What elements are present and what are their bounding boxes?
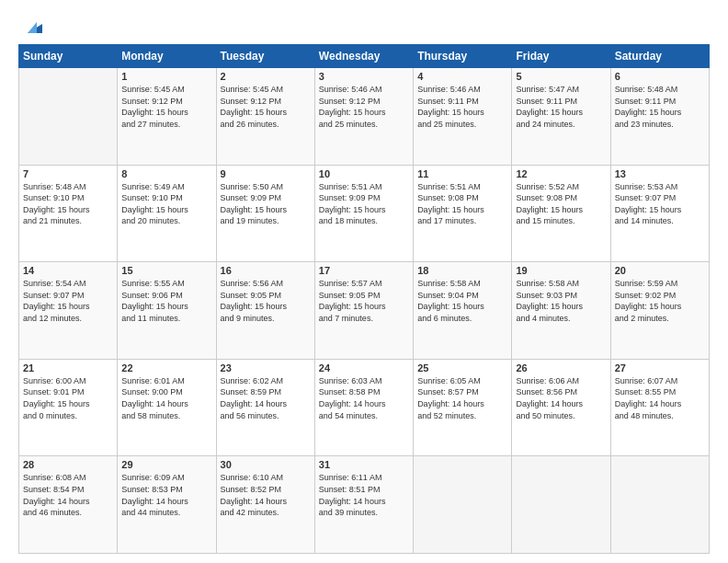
day-cell: 15Sunrise: 5:55 AM Sunset: 9:06 PM Dayli… — [118, 262, 216, 360]
day-info: Sunrise: 6:03 AM Sunset: 8:58 PM Dayligh… — [319, 375, 409, 421]
day-info: Sunrise: 5:48 AM Sunset: 9:11 PM Dayligh… — [615, 84, 705, 130]
logo — [18, 15, 46, 37]
day-number: 18 — [417, 265, 507, 276]
day-info: Sunrise: 5:58 AM Sunset: 9:04 PM Dayligh… — [417, 278, 507, 324]
day-info: Sunrise: 5:45 AM Sunset: 9:12 PM Dayligh… — [121, 84, 211, 130]
week-row-5: 28Sunrise: 6:08 AM Sunset: 8:54 PM Dayli… — [19, 456, 710, 554]
day-number: 23 — [221, 362, 311, 373]
day-cell: 26Sunrise: 6:06 AM Sunset: 8:56 PM Dayli… — [512, 359, 610, 456]
day-cell: 6Sunrise: 5:48 AM Sunset: 9:11 PM Daylig… — [610, 68, 709, 166]
day-info: Sunrise: 6:07 AM Sunset: 8:55 PM Dayligh… — [615, 375, 705, 421]
day-number: 6 — [615, 71, 705, 82]
day-info: Sunrise: 6:00 AM Sunset: 9:01 PM Dayligh… — [23, 375, 113, 421]
day-number: 5 — [516, 71, 606, 82]
day-number: 20 — [615, 265, 705, 276]
day-cell: 31Sunrise: 6:11 AM Sunset: 8:51 PM Dayli… — [314, 456, 413, 554]
header-row: SundayMondayTuesdayWednesdayThursdayFrid… — [19, 45, 710, 68]
day-number: 4 — [417, 71, 507, 82]
day-number: 12 — [516, 168, 606, 179]
day-number: 8 — [121, 168, 211, 179]
day-info: Sunrise: 5:56 AM Sunset: 9:05 PM Dayligh… — [221, 278, 311, 324]
day-cell: 23Sunrise: 6:02 AM Sunset: 8:59 PM Dayli… — [216, 359, 314, 456]
day-cell: 8Sunrise: 5:49 AM Sunset: 9:10 PM Daylig… — [118, 165, 216, 262]
day-cell: 13Sunrise: 5:53 AM Sunset: 9:07 PM Dayli… — [610, 165, 709, 262]
day-info: Sunrise: 5:51 AM Sunset: 9:09 PM Dayligh… — [319, 181, 409, 227]
day-cell: 3Sunrise: 5:46 AM Sunset: 9:12 PM Daylig… — [314, 68, 413, 166]
day-cell: 25Sunrise: 6:05 AM Sunset: 8:57 PM Dayli… — [414, 359, 512, 456]
day-cell: 12Sunrise: 5:52 AM Sunset: 9:08 PM Dayli… — [512, 165, 610, 262]
logo-icon — [24, 15, 46, 37]
day-cell: 18Sunrise: 5:58 AM Sunset: 9:04 PM Dayli… — [414, 262, 512, 360]
day-number: 13 — [615, 168, 705, 179]
day-cell: 20Sunrise: 5:59 AM Sunset: 9:02 PM Dayli… — [610, 262, 709, 360]
day-number: 2 — [221, 71, 311, 82]
day-info: Sunrise: 5:58 AM Sunset: 9:03 PM Dayligh… — [516, 278, 606, 324]
day-info: Sunrise: 6:06 AM Sunset: 8:56 PM Dayligh… — [516, 375, 606, 421]
day-number: 30 — [221, 459, 311, 470]
svg-marker-1 — [28, 22, 37, 33]
week-row-3: 14Sunrise: 5:54 AM Sunset: 9:07 PM Dayli… — [19, 262, 710, 360]
day-number: 16 — [221, 265, 311, 276]
day-number: 27 — [615, 362, 705, 373]
day-info: Sunrise: 6:10 AM Sunset: 8:52 PM Dayligh… — [221, 472, 311, 518]
header — [18, 15, 710, 37]
day-cell: 4Sunrise: 5:46 AM Sunset: 9:11 PM Daylig… — [414, 68, 512, 166]
day-info: Sunrise: 6:02 AM Sunset: 8:59 PM Dayligh… — [221, 375, 311, 421]
day-cell: 17Sunrise: 5:57 AM Sunset: 9:05 PM Dayli… — [314, 262, 413, 360]
day-number: 22 — [121, 362, 211, 373]
day-info: Sunrise: 5:50 AM Sunset: 9:09 PM Dayligh… — [221, 181, 311, 227]
day-cell: 19Sunrise: 5:58 AM Sunset: 9:03 PM Dayli… — [512, 262, 610, 360]
day-cell: 28Sunrise: 6:08 AM Sunset: 8:54 PM Dayli… — [19, 456, 118, 554]
day-cell: 10Sunrise: 5:51 AM Sunset: 9:09 PM Dayli… — [314, 165, 413, 262]
day-info: Sunrise: 5:48 AM Sunset: 9:10 PM Dayligh… — [23, 181, 113, 227]
day-cell: 2Sunrise: 5:45 AM Sunset: 9:12 PM Daylig… — [216, 68, 314, 166]
day-number: 9 — [221, 168, 311, 179]
day-cell: 11Sunrise: 5:51 AM Sunset: 9:08 PM Dayli… — [414, 165, 512, 262]
header-cell-friday: Friday — [512, 45, 610, 68]
day-info: Sunrise: 5:57 AM Sunset: 9:05 PM Dayligh… — [319, 278, 409, 324]
day-cell — [512, 456, 610, 554]
day-number: 19 — [516, 265, 606, 276]
day-number: 25 — [417, 362, 507, 373]
page: SundayMondayTuesdayWednesdayThursdayFrid… — [0, 0, 728, 563]
day-cell — [19, 68, 118, 166]
day-cell: 1Sunrise: 5:45 AM Sunset: 9:12 PM Daylig… — [118, 68, 216, 166]
week-row-2: 7Sunrise: 5:48 AM Sunset: 9:10 PM Daylig… — [19, 165, 710, 262]
day-number: 14 — [23, 265, 113, 276]
header-cell-thursday: Thursday — [414, 45, 512, 68]
day-info: Sunrise: 5:51 AM Sunset: 9:08 PM Dayligh… — [417, 181, 507, 227]
day-info: Sunrise: 5:55 AM Sunset: 9:06 PM Dayligh… — [121, 278, 211, 324]
day-number: 26 — [516, 362, 606, 373]
day-info: Sunrise: 6:05 AM Sunset: 8:57 PM Dayligh… — [417, 375, 507, 421]
header-cell-saturday: Saturday — [610, 45, 709, 68]
day-cell: 14Sunrise: 5:54 AM Sunset: 9:07 PM Dayli… — [19, 262, 118, 360]
day-cell: 22Sunrise: 6:01 AM Sunset: 9:00 PM Dayli… — [118, 359, 216, 456]
day-cell: 16Sunrise: 5:56 AM Sunset: 9:05 PM Dayli… — [216, 262, 314, 360]
day-info: Sunrise: 5:54 AM Sunset: 9:07 PM Dayligh… — [23, 278, 113, 324]
day-info: Sunrise: 5:59 AM Sunset: 9:02 PM Dayligh… — [615, 278, 705, 324]
week-row-4: 21Sunrise: 6:00 AM Sunset: 9:01 PM Dayli… — [19, 359, 710, 456]
day-cell: 9Sunrise: 5:50 AM Sunset: 9:09 PM Daylig… — [216, 165, 314, 262]
day-number: 10 — [319, 168, 409, 179]
day-number: 7 — [23, 168, 113, 179]
day-number: 3 — [319, 71, 409, 82]
header-cell-tuesday: Tuesday — [216, 45, 314, 68]
day-number: 28 — [23, 459, 113, 470]
header-cell-sunday: Sunday — [19, 45, 118, 68]
day-cell: 29Sunrise: 6:09 AM Sunset: 8:53 PM Dayli… — [118, 456, 216, 554]
week-row-1: 1Sunrise: 5:45 AM Sunset: 9:12 PM Daylig… — [19, 68, 710, 166]
day-number: 21 — [23, 362, 113, 373]
day-cell — [610, 456, 709, 554]
day-info: Sunrise: 5:47 AM Sunset: 9:11 PM Dayligh… — [516, 84, 606, 130]
day-info: Sunrise: 5:52 AM Sunset: 9:08 PM Dayligh… — [516, 181, 606, 227]
day-info: Sunrise: 5:46 AM Sunset: 9:11 PM Dayligh… — [417, 84, 507, 130]
day-cell: 30Sunrise: 6:10 AM Sunset: 8:52 PM Dayli… — [216, 456, 314, 554]
calendar-table: SundayMondayTuesdayWednesdayThursdayFrid… — [18, 44, 710, 554]
day-number: 29 — [121, 459, 211, 470]
day-info: Sunrise: 5:45 AM Sunset: 9:12 PM Dayligh… — [221, 84, 311, 130]
day-cell: 24Sunrise: 6:03 AM Sunset: 8:58 PM Dayli… — [314, 359, 413, 456]
day-cell: 5Sunrise: 5:47 AM Sunset: 9:11 PM Daylig… — [512, 68, 610, 166]
header-cell-monday: Monday — [118, 45, 216, 68]
header-cell-wednesday: Wednesday — [314, 45, 413, 68]
day-cell: 27Sunrise: 6:07 AM Sunset: 8:55 PM Dayli… — [610, 359, 709, 456]
